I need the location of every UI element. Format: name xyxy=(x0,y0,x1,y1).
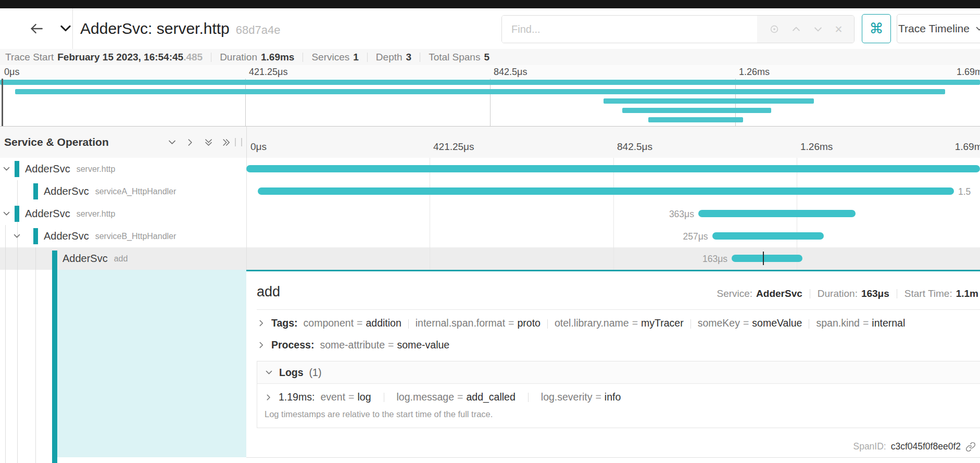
key-value-separator xyxy=(528,393,529,402)
tag-key: log.message xyxy=(397,391,455,403)
span-operation-name: serviceA_HttpHandler xyxy=(95,187,177,196)
span-collapse-icon[interactable] xyxy=(2,165,11,173)
find-next-icon[interactable] xyxy=(813,24,823,34)
tag-value: add_called xyxy=(466,391,515,403)
timeline-gridline xyxy=(430,158,430,270)
trace-view-selector[interactable]: Trace Timeline xyxy=(897,14,980,43)
find-input[interactable] xyxy=(502,16,757,43)
span-row-name-cell[interactable]: AdderSvcadd xyxy=(0,247,246,270)
span-row: AdderSvcserver.http xyxy=(0,158,980,180)
span-duration-bar[interactable] xyxy=(698,210,856,217)
minimap-drag-handle[interactable] xyxy=(2,79,3,126)
log-entries: 1.19ms:event=loglog.message=add_calledlo… xyxy=(257,384,980,403)
detail-meta-value: 163μs xyxy=(861,288,889,299)
span-duration-bar[interactable] xyxy=(258,187,954,195)
expand-all-icon[interactable] xyxy=(222,137,232,147)
key-value-separator xyxy=(690,319,691,329)
find-controls: ✕ xyxy=(757,16,854,43)
equals-sign: = xyxy=(632,317,638,329)
span-service-color-bar xyxy=(15,161,19,177)
process-accordion[interactable]: Process: some-attribute=some-value xyxy=(257,339,449,351)
span-row: AdderSvcserviceA_HttpHandler1.5 xyxy=(0,180,980,203)
trace-header: AdderSvc: server.http68d7a4e ✕ ⌘ Trace T… xyxy=(0,8,980,51)
logs-count: (1) xyxy=(309,367,322,379)
copy-link-icon[interactable] xyxy=(965,442,976,452)
span-detail-title: add xyxy=(257,284,280,300)
log-timestamp: 1.19ms: xyxy=(279,391,315,403)
meta-value: 5 xyxy=(484,52,489,63)
collapse-trace-header-icon[interactable] xyxy=(58,21,73,36)
process-tags-list: some-attribute=some-value xyxy=(320,339,449,351)
tag-value: log xyxy=(357,391,371,403)
chevron-right-icon xyxy=(257,341,266,349)
timeline-tick-label: 0μs xyxy=(250,141,267,153)
trace-title-wrap: AdderSvc: server.http68d7a4e xyxy=(51,8,280,49)
key-value-pair: event=log xyxy=(320,391,371,403)
tag-key: internal.span.format xyxy=(416,317,505,329)
selected-span-highlight-column xyxy=(57,270,246,457)
span-row-name-cell[interactable]: AdderSvcserver.http xyxy=(0,158,246,180)
tag-value: some-value xyxy=(397,339,449,351)
span-operation-name: add xyxy=(114,254,128,264)
tags-accordion[interactable]: Tags: component=additioninternal.span.fo… xyxy=(257,317,905,329)
locate-span-icon[interactable] xyxy=(769,23,780,35)
timeline-tick-label: 1.69ms xyxy=(955,141,980,153)
equals-sign: = xyxy=(863,317,869,329)
trace-view-label: Trace Timeline xyxy=(898,22,970,35)
tags-list: component=additioninternal.span.format=p… xyxy=(304,317,906,329)
find-prev-icon[interactable] xyxy=(791,24,801,34)
detail-meta-value: 1.1m xyxy=(956,288,978,299)
minimap-span-bar xyxy=(622,108,771,113)
span-duration-bar[interactable] xyxy=(246,165,980,172)
key-value-pair: log.message=add_called xyxy=(397,391,516,403)
span-duration-bar[interactable] xyxy=(712,232,824,240)
key-value-separator xyxy=(547,319,548,329)
equals-sign: = xyxy=(743,317,749,329)
detail-panel-bottom-border xyxy=(246,457,980,458)
detail-meta-value: AdderSvc xyxy=(756,288,802,299)
timeline-gridline xyxy=(613,158,614,270)
tree-controls xyxy=(167,137,232,147)
minimap-gridline xyxy=(245,79,246,126)
timeline-minimap[interactable] xyxy=(0,79,980,127)
minimap-span-bar xyxy=(0,80,980,85)
span-service-name: AdderSvc xyxy=(44,185,89,197)
minimap-span-bar xyxy=(648,117,743,122)
tag-key: someKey xyxy=(698,317,740,329)
timeline-tick-label: 0μs xyxy=(4,67,19,78)
keyboard-shortcuts-button[interactable]: ⌘ xyxy=(862,14,891,43)
span-duration-bar[interactable] xyxy=(732,255,802,262)
key-value-pair: internal.span.format=proto xyxy=(416,317,541,329)
timeline-tick-label: 1.26ms xyxy=(739,67,770,78)
expand-one-icon[interactable] xyxy=(185,137,195,147)
chevron-right-icon xyxy=(265,393,273,402)
tag-key: log.severity xyxy=(541,391,593,403)
collapse-all-icon[interactable] xyxy=(204,137,213,147)
find-clear-icon[interactable]: ✕ xyxy=(834,24,843,34)
command-icon: ⌘ xyxy=(870,20,884,37)
meta-label: Trace Start xyxy=(5,52,54,63)
span-id-value: c3cf045f0f8ee0f2 xyxy=(891,441,961,452)
span-row-name-cell[interactable]: AdderSvcserviceB_HttpHandler xyxy=(0,225,246,247)
span-row-labels: AdderSvcserver.http xyxy=(25,158,115,180)
detail-meta-label: Service: xyxy=(717,288,752,299)
key-value-pair: span.kind=internal xyxy=(816,317,905,329)
span-row-name-cell[interactable]: AdderSvcserviceA_HttpHandler xyxy=(0,180,246,203)
collapse-one-icon[interactable] xyxy=(167,137,177,147)
key-value-pair: log.severity=info xyxy=(541,391,621,403)
span-detail-band: add Service:AdderSvcDuration:163μsStart … xyxy=(0,270,980,463)
detail-meta-label: Duration: xyxy=(818,288,858,299)
log-entry-row[interactable]: 1.19ms:event=loglog.message=add_calledlo… xyxy=(257,384,980,403)
logs-header[interactable]: Logs (1) xyxy=(257,361,980,384)
span-row-name-cell[interactable]: AdderSvcserver.http xyxy=(0,203,246,225)
span-collapse-icon[interactable] xyxy=(12,232,21,241)
meta-separator xyxy=(303,53,303,62)
tag-value: info xyxy=(605,391,621,403)
log-event-tick[interactable] xyxy=(763,252,764,265)
meta-separator xyxy=(367,53,368,62)
column-resize-handle[interactable] xyxy=(235,138,242,146)
window-topbar xyxy=(0,0,980,8)
span-operation-name: server.http xyxy=(77,165,116,174)
span-collapse-icon[interactable] xyxy=(2,209,11,218)
tree-guide-line xyxy=(35,270,36,463)
